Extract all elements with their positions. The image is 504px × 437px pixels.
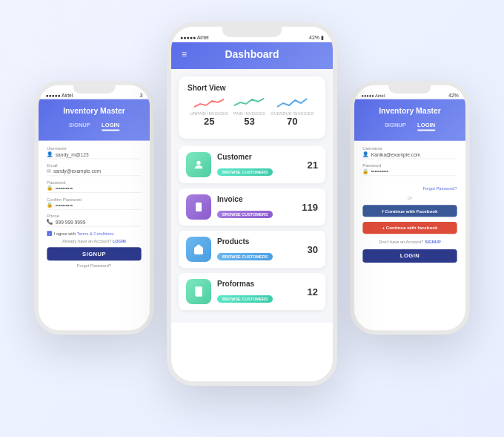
customer-content: Customer BROWSE CUSTOMERS	[217, 153, 308, 177]
label-username-login: Username	[362, 146, 457, 151]
sparkline-svg-unpaid	[194, 96, 224, 110]
signup-button[interactable]: SIGNUP	[47, 247, 141, 260]
list-item-invoice: Invoice BROWSE CUSTOMERS 119	[179, 188, 325, 226]
browse-products-btn[interactable]: BROWSE CUSTOMERS	[217, 253, 273, 260]
value-username-login: Kanika@example.com	[371, 151, 421, 157]
invoice-content: Invoice BROWSE CUSTOMERS	[217, 195, 302, 219]
value-confirm-signup: ••••••••••	[56, 203, 73, 208]
customer-title: Customer	[217, 153, 308, 161]
field-password-signup: Password 🔒 ••••••••••	[47, 180, 141, 193]
browse-invoice-btn[interactable]: BROWSE CUSTOMERS	[217, 211, 273, 218]
tab-login-left[interactable]: LOGIN	[102, 120, 119, 131]
label-email-signup: Email	[47, 163, 141, 168]
value-password-login: ••••••••••	[371, 168, 388, 174]
phone-login: ●●●●● Airtel 42% Inventory Master SIGNUP…	[350, 81, 470, 335]
customer-count: 21	[308, 160, 318, 171]
list-item-products: Products BROWSE CUSTOMERS 30	[179, 231, 325, 268]
header-login: Inventory Master SIGNUP LOGIN	[354, 99, 465, 141]
svg-point-0	[196, 161, 200, 165]
label-password-signup: Password	[47, 180, 141, 185]
phone-signup: ●●●●● Airtel 3 Inventory Master SIGNUP L…	[34, 81, 154, 335]
login-app-title: Inventory Master	[362, 106, 457, 114]
phone-dashboard: ●●●●● Airtel 42% ▮ ≡ Dashboard Short Vie…	[167, 22, 337, 386]
input-phone-signup[interactable]: 📞 999 999 9999	[47, 219, 141, 226]
icon-invoice	[186, 194, 211, 220]
dashboard-header: ≡ Dashboard	[171, 42, 333, 69]
short-view-title: Short View	[188, 84, 316, 92]
icon-products	[186, 237, 211, 262]
input-password-signup[interactable]: 🔒 ••••••••••	[47, 185, 141, 193]
field-email-signup: Email ✉ sandy@example.com	[47, 163, 141, 176]
value-password-signup: ••••••••••	[56, 185, 73, 191]
input-username-signup[interactable]: 👤 sandy_m@123	[47, 151, 141, 159]
header-signup: Inventory Master SIGNUP LOGIN	[39, 99, 150, 141]
tab-signup[interactable]: SIGNUP	[69, 120, 90, 131]
value-phone-signup: 999 999 9999	[56, 220, 86, 225]
label-username-signup: Username	[47, 146, 141, 151]
google-btn[interactable]: + Continue with facebook	[362, 222, 457, 234]
customer-icon-svg	[193, 159, 205, 171]
products-count: 30	[308, 244, 318, 255]
icon-proformas	[186, 279, 211, 304]
forgot-link-signup[interactable]: Forgot Password?	[47, 263, 141, 268]
menu-icon[interactable]: ≡	[182, 49, 187, 59]
field-username-login: Username 👤 Kanika@example.com	[362, 146, 457, 159]
terms-checkbox[interactable]: ✓	[47, 231, 52, 236]
signup-form: Username 👤 sandy_m@123 Email ✉ sandy@exa…	[39, 141, 150, 274]
products-title: Products	[217, 237, 308, 246]
dashboard-title: Dashboard	[225, 48, 279, 60]
sparkline-overdue: OVERDUE INVOICES 70	[271, 96, 314, 127]
browse-proformas-btn[interactable]: BROWSE CUSTOMERS	[217, 295, 273, 303]
proformas-icon-svg	[193, 286, 205, 298]
value-overdue: 70	[271, 116, 314, 127]
login-form: Username 👤 Kanika@example.com Password 🔒…	[354, 141, 465, 269]
signal-left: ●●●●● Airtel	[45, 93, 73, 98]
login-button[interactable]: LOGIN	[362, 249, 457, 263]
input-email-signup[interactable]: ✉ sandy@example.com	[47, 168, 141, 176]
value-email-signup: sandy@example.com	[53, 168, 101, 174]
icon-user-login: 👤	[362, 151, 369, 157]
field-phone-signup: Phone 📞 999 999 9999	[47, 214, 141, 227]
sparkline-unpaid: UNPAID INVOICES 25	[190, 96, 228, 127]
value-unpaid: 25	[190, 116, 228, 127]
forgot-link-login[interactable]: Forgot Password?	[422, 187, 457, 191]
signup-link-login[interactable]: SIGNUP	[425, 240, 441, 244]
field-confirm-signup: Confirm Password 🔒 ••••••••••	[47, 197, 141, 210]
tab-signup-right[interactable]: SIGNUP	[385, 120, 406, 131]
signup-app-title: Inventory Master	[47, 106, 141, 114]
label-password-login: Password	[362, 163, 457, 168]
value-paid: 53	[233, 116, 265, 127]
label-phone-signup: Phone	[47, 214, 141, 219]
icon-lock-confirm: 🔒	[47, 202, 53, 208]
terms-label: I agree with Terms & Conditions.	[54, 231, 115, 236]
browse-customer-btn[interactable]: BROWSE CUSTOMERS	[217, 168, 273, 176]
login-link-signup[interactable]: LOGIN	[113, 239, 126, 243]
list-item-proformas: Proformas BROWSE CUSTOMERS 12	[179, 273, 325, 310]
proformas-title: Proformas	[217, 280, 308, 288]
value-username-signup: sandy_m@123	[56, 151, 89, 157]
battery-right: 42%	[448, 93, 458, 98]
notch-left	[73, 85, 116, 93]
icon-customer	[186, 152, 211, 177]
list-item-customer: Customer BROWSE CUSTOMERS 21	[179, 146, 325, 183]
field-password-login: Password 🔒 ••••••••••	[362, 163, 457, 176]
input-confirm-signup[interactable]: 🔒 ••••••••••	[47, 202, 141, 209]
tab-login-right[interactable]: LOGIN	[417, 120, 435, 131]
short-view-card: Short View UNPAID INVOICES 25 PAID INVOI…	[179, 76, 325, 139]
carrier-left: 3	[140, 93, 143, 98]
icon-lock-login: 🔒	[362, 168, 369, 174]
facebook-btn[interactable]: f Continue with Facebook	[362, 205, 457, 217]
login-tabs: SIGNUP LOGIN	[362, 120, 457, 131]
input-username-login[interactable]: 👤 Kanika@example.com	[362, 151, 457, 159]
invoice-icon-svg	[193, 201, 205, 213]
icon-user-signup: 👤	[47, 151, 53, 157]
input-password-login[interactable]: 🔒 ••••••••••	[362, 168, 457, 176]
or-divider: Or	[362, 196, 457, 200]
battery-center: 42% ▮	[309, 35, 324, 41]
sparklines-row: UNPAID INVOICES 25 PAID INVOICES 53	[188, 96, 316, 127]
products-icon-svg	[193, 243, 205, 255]
signup-tabs: SIGNUP LOGIN	[47, 120, 141, 131]
already-account-text: Already have an Account? LOGIN	[47, 239, 141, 243]
field-username-signup: Username 👤 sandy_m@123	[47, 146, 141, 159]
sparkline-svg-paid	[234, 96, 264, 110]
